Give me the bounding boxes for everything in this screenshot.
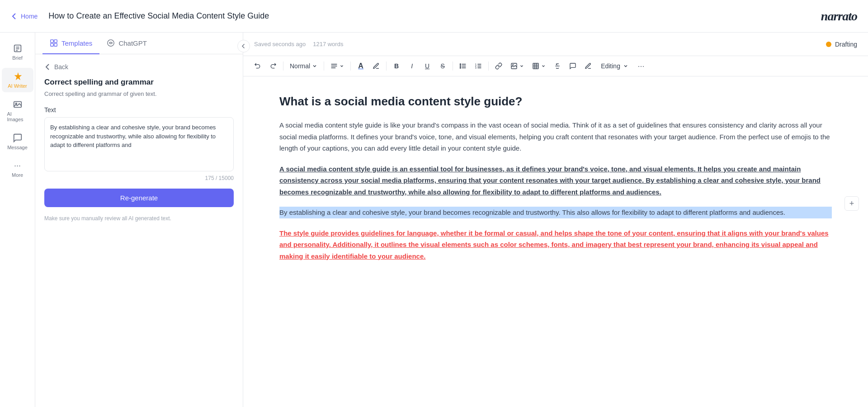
svg-point-6 <box>15 103 17 104</box>
ordered-list-button[interactable]: 123 <box>471 59 486 73</box>
highlight-icon <box>373 62 380 70</box>
pencil-icon <box>585 62 592 70</box>
ai-images-icon <box>13 99 23 109</box>
special-format-icon <box>554 62 561 70</box>
app-logo: narrato <box>821 9 857 24</box>
ai-images-label: AI Images <box>7 111 28 122</box>
panel-section-desc: Correct spelling and grammar of given te… <box>44 90 234 97</box>
chatgpt-tab-icon <box>107 39 115 47</box>
editor-body[interactable]: What is a social media content style gui… <box>243 76 868 407</box>
disclaimer-text: Make sure you manually review all AI gen… <box>44 214 234 222</box>
toolbar-sep-6 <box>488 62 489 71</box>
bullet-list-icon <box>459 62 467 70</box>
svg-point-18 <box>460 64 461 65</box>
svg-point-28 <box>513 65 514 66</box>
undo-button[interactable] <box>250 59 265 73</box>
char-count: 175 / 15000 <box>44 175 234 181</box>
panel-collapse-button[interactable] <box>237 40 250 52</box>
style-dropdown[interactable]: Normal <box>286 61 321 71</box>
pencil-button[interactable] <box>581 59 595 73</box>
message-icon <box>13 133 23 143</box>
svg-rect-10 <box>54 43 57 46</box>
text-area-wrapper <box>44 117 234 173</box>
image-chevron-icon <box>519 64 524 68</box>
document-title: How to Create an Effective Social Media … <box>48 11 269 21</box>
text-input[interactable] <box>44 117 234 171</box>
chatgpt-tab-label: ChatGPT <box>118 39 147 47</box>
svg-point-11 <box>108 40 114 46</box>
editing-chevron-icon <box>623 63 628 69</box>
svg-rect-8 <box>54 40 57 43</box>
svg-rect-7 <box>51 40 53 43</box>
strikethrough-button[interactable]: S <box>435 59 450 73</box>
link-button[interactable] <box>491 59 506 73</box>
saved-status: Saved seconds ago <box>254 41 306 47</box>
svg-rect-9 <box>51 43 53 46</box>
top-header: Home How to Create an Effective Social M… <box>0 0 868 33</box>
brief-icon <box>13 43 23 53</box>
font-color-button[interactable]: A <box>354 59 368 73</box>
panel-section-title: Correct spelling and grammar <box>44 78 234 87</box>
more-options-button[interactable]: ··· <box>634 59 648 73</box>
editor-topbar-left: Saved seconds ago 1217 words <box>254 41 343 47</box>
redo-icon <box>269 62 277 70</box>
editor-topbar: Saved seconds ago 1217 words Drafting <box>243 33 868 56</box>
back-label: Back <box>54 63 68 71</box>
comment-icon <box>569 62 576 70</box>
table-dropdown[interactable] <box>528 61 549 71</box>
image-dropdown[interactable] <box>507 61 528 71</box>
more-label: More <box>12 172 23 178</box>
align-dropdown[interactable] <box>327 61 348 71</box>
svg-point-20 <box>460 67 461 68</box>
home-label[interactable]: Home <box>21 13 38 20</box>
tab-templates[interactable]: Templates <box>42 33 99 54</box>
underline-button[interactable]: U <box>420 59 434 73</box>
link-icon <box>495 62 502 70</box>
comment-button[interactable] <box>566 59 580 73</box>
doc-para-4: The style guide provides guidelines for … <box>279 227 832 262</box>
add-content-button[interactable]: + <box>844 196 859 211</box>
back-button[interactable]: Back <box>44 63 234 71</box>
drafting-badge[interactable]: Drafting <box>826 41 857 48</box>
doc-para-2: A social media content style guide is an… <box>279 163 832 198</box>
doc-para-3-highlighted: By establishing a clear and cohesive sty… <box>279 207 832 218</box>
redo-button[interactable] <box>266 59 280 73</box>
editing-dropdown[interactable]: Editing <box>596 61 633 71</box>
regenerate-button[interactable]: Re-generate <box>44 189 234 207</box>
highlight-button[interactable] <box>369 59 383 73</box>
sidebar-item-brief[interactable]: Brief <box>2 40 33 64</box>
strikethrough2-button[interactable] <box>550 59 565 73</box>
svg-point-19 <box>460 66 461 66</box>
toolbar-sep-3 <box>350 62 351 71</box>
editing-label: Editing <box>601 62 620 70</box>
editor-toolbar: Normal A B I U S 123 <box>243 56 868 76</box>
home-link[interactable]: Home <box>11 13 38 20</box>
sidebar-item-more[interactable]: ··· More <box>2 157 33 181</box>
table-icon <box>532 62 539 70</box>
panel-content: Back Correct spelling and grammar Correc… <box>35 54 243 407</box>
toolbar-sep-5 <box>453 62 453 71</box>
ai-writer-icon <box>13 71 23 81</box>
toolbar-sep-1 <box>283 62 283 71</box>
doc-para-1: A social media content style guide is li… <box>279 119 832 154</box>
italic-button[interactable]: I <box>405 59 419 73</box>
bullet-list-button[interactable] <box>456 59 470 73</box>
message-label: Message <box>7 145 28 150</box>
templates-tab-icon <box>50 39 58 47</box>
svg-rect-29 <box>533 63 538 69</box>
align-chevron-icon <box>340 64 344 68</box>
sidebar-item-message[interactable]: Message <box>2 129 33 154</box>
sidebar-item-ai-images[interactable]: AI Images <box>2 96 33 126</box>
more-dots-icon: ··· <box>14 161 21 170</box>
svg-marker-4 <box>14 72 21 80</box>
sidebar-item-ai-writer[interactable]: AI Writer <box>2 68 33 92</box>
doc-heading: What is a social media content style gui… <box>279 95 832 109</box>
main-layout: Brief AI Writer AI Images Message ··· <box>0 33 868 407</box>
table-chevron-icon <box>541 64 546 68</box>
bold-button[interactable]: B <box>389 59 404 73</box>
toolbar-sep-2 <box>324 62 324 71</box>
ai-writer-label: AI Writer <box>8 83 27 89</box>
tab-chatgpt[interactable]: ChatGPT <box>99 33 154 54</box>
drafting-label: Drafting <box>835 41 857 48</box>
style-label: Normal <box>290 62 310 70</box>
